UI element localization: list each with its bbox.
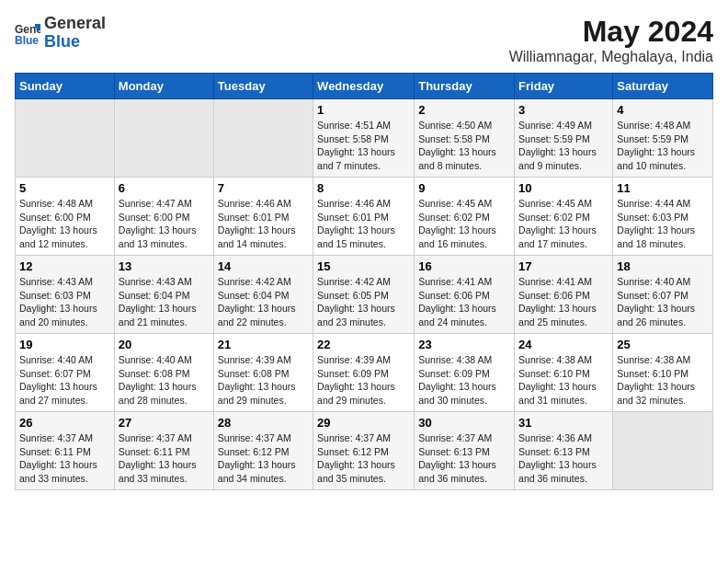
week-row-5: 26Sunrise: 4:37 AM Sunset: 6:11 PM Dayli… xyxy=(16,412,713,490)
day-info: Sunrise: 4:50 AM Sunset: 5:58 PM Dayligh… xyxy=(418,119,510,173)
week-row-2: 5Sunrise: 4:48 AM Sunset: 6:00 PM Daylig… xyxy=(16,178,713,256)
calendar-cell: 13Sunrise: 4:43 AM Sunset: 6:04 PM Dayli… xyxy=(114,256,213,334)
day-header-friday: Friday xyxy=(515,74,613,99)
day-header-thursday: Thursday xyxy=(415,74,515,99)
day-info: Sunrise: 4:39 AM Sunset: 6:08 PM Dayligh… xyxy=(218,353,309,408)
calendar-cell: 16Sunrise: 4:41 AM Sunset: 6:06 PM Dayli… xyxy=(415,256,515,334)
calendar-cell: 15Sunrise: 4:42 AM Sunset: 6:05 PM Dayli… xyxy=(313,256,415,334)
calendar-cell: 7Sunrise: 4:46 AM Sunset: 6:01 PM Daylig… xyxy=(213,178,313,256)
day-header-wednesday: Wednesday xyxy=(313,74,415,99)
day-info: Sunrise: 4:42 AM Sunset: 6:04 PM Dayligh… xyxy=(218,275,309,329)
day-info: Sunrise: 4:47 AM Sunset: 6:00 PM Dayligh… xyxy=(119,197,210,251)
day-number: 11 xyxy=(617,181,709,195)
header: General Blue General Blue May 2024 Willi… xyxy=(15,15,713,65)
day-info: Sunrise: 4:43 AM Sunset: 6:03 PM Dayligh… xyxy=(19,275,110,329)
calendar-cell: 2Sunrise: 4:50 AM Sunset: 5:58 PM Daylig… xyxy=(415,99,515,178)
day-number: 30 xyxy=(418,416,510,430)
day-info: Sunrise: 4:38 AM Sunset: 6:09 PM Dayligh… xyxy=(418,353,510,408)
main-title: May 2024 xyxy=(509,15,713,49)
calendar-cell: 22Sunrise: 4:39 AM Sunset: 6:09 PM Dayli… xyxy=(313,334,415,412)
day-number: 14 xyxy=(218,259,309,273)
day-number: 12 xyxy=(19,259,110,273)
calendar-cell: 18Sunrise: 4:40 AM Sunset: 6:07 PM Dayli… xyxy=(613,256,713,334)
day-info: Sunrise: 4:48 AM Sunset: 6:00 PM Dayligh… xyxy=(19,197,110,251)
day-info: Sunrise: 4:48 AM Sunset: 5:59 PM Dayligh… xyxy=(617,119,709,173)
day-info: Sunrise: 4:44 AM Sunset: 6:03 PM Dayligh… xyxy=(617,197,709,251)
day-number: 22 xyxy=(317,338,410,351)
calendar-cell: 5Sunrise: 4:48 AM Sunset: 6:00 PM Daylig… xyxy=(16,178,115,256)
calendar-cell: 25Sunrise: 4:38 AM Sunset: 6:10 PM Dayli… xyxy=(613,334,713,412)
day-info: Sunrise: 4:37 AM Sunset: 6:13 PM Dayligh… xyxy=(418,431,510,486)
calendar-cell: 27Sunrise: 4:37 AM Sunset: 6:11 PM Dayli… xyxy=(114,412,213,490)
day-info: Sunrise: 4:41 AM Sunset: 6:06 PM Dayligh… xyxy=(418,275,510,329)
calendar-cell xyxy=(114,99,213,178)
week-row-4: 19Sunrise: 4:40 AM Sunset: 6:07 PM Dayli… xyxy=(16,334,713,412)
day-info: Sunrise: 4:40 AM Sunset: 6:07 PM Dayligh… xyxy=(19,353,110,408)
day-info: Sunrise: 4:46 AM Sunset: 6:01 PM Dayligh… xyxy=(218,197,309,251)
day-info: Sunrise: 4:41 AM Sunset: 6:06 PM Dayligh… xyxy=(518,275,609,329)
day-info: Sunrise: 4:45 AM Sunset: 6:02 PM Dayligh… xyxy=(418,197,510,251)
calendar-cell: 1Sunrise: 4:51 AM Sunset: 5:58 PM Daylig… xyxy=(313,99,415,178)
calendar-cell: 26Sunrise: 4:37 AM Sunset: 6:11 PM Dayli… xyxy=(16,412,115,490)
day-info: Sunrise: 4:46 AM Sunset: 6:01 PM Dayligh… xyxy=(317,197,410,251)
day-info: Sunrise: 4:43 AM Sunset: 6:04 PM Dayligh… xyxy=(119,275,210,329)
logo-icon: General Blue xyxy=(15,20,40,46)
day-header-monday: Monday xyxy=(114,74,213,99)
calendar-cell: 24Sunrise: 4:38 AM Sunset: 6:10 PM Dayli… xyxy=(515,334,613,412)
calendar-cell: 30Sunrise: 4:37 AM Sunset: 6:13 PM Dayli… xyxy=(415,412,515,490)
day-info: Sunrise: 4:42 AM Sunset: 6:05 PM Dayligh… xyxy=(317,275,410,329)
logo-blue: Blue xyxy=(44,33,106,52)
day-number: 10 xyxy=(518,181,609,195)
calendar-cell: 29Sunrise: 4:37 AM Sunset: 6:12 PM Dayli… xyxy=(313,412,415,490)
day-number: 6 xyxy=(119,181,210,195)
day-number: 29 xyxy=(317,416,410,430)
day-info: Sunrise: 4:40 AM Sunset: 6:08 PM Dayligh… xyxy=(119,353,210,408)
logo-general: General xyxy=(44,15,106,33)
calendar-cell: 3Sunrise: 4:49 AM Sunset: 5:59 PM Daylig… xyxy=(515,99,613,178)
day-info: Sunrise: 4:49 AM Sunset: 5:59 PM Dayligh… xyxy=(518,119,609,173)
day-info: Sunrise: 4:39 AM Sunset: 6:09 PM Dayligh… xyxy=(317,353,410,408)
calendar-cell xyxy=(213,99,313,178)
day-header-tuesday: Tuesday xyxy=(213,74,313,99)
day-number: 16 xyxy=(418,259,510,273)
title-area: May 2024 Williamnagar, Meghalaya, India xyxy=(509,15,713,65)
day-info: Sunrise: 4:37 AM Sunset: 6:12 PM Dayligh… xyxy=(317,431,410,486)
calendar-cell xyxy=(16,99,115,178)
day-number: 7 xyxy=(218,181,309,195)
day-number: 15 xyxy=(317,259,410,273)
days-header-row: SundayMondayTuesdayWednesdayThursdayFrid… xyxy=(16,74,713,99)
calendar-cell xyxy=(613,412,713,490)
calendar-cell: 4Sunrise: 4:48 AM Sunset: 5:59 PM Daylig… xyxy=(613,99,713,178)
subtitle: Williamnagar, Meghalaya, India xyxy=(509,49,713,65)
day-number: 17 xyxy=(518,259,609,273)
calendar-cell: 19Sunrise: 4:40 AM Sunset: 6:07 PM Dayli… xyxy=(16,334,115,412)
day-info: Sunrise: 4:37 AM Sunset: 6:11 PM Dayligh… xyxy=(119,431,210,486)
calendar-table: SundayMondayTuesdayWednesdayThursdayFrid… xyxy=(15,73,713,490)
day-number: 31 xyxy=(518,416,609,430)
calendar-cell: 9Sunrise: 4:45 AM Sunset: 6:02 PM Daylig… xyxy=(415,178,515,256)
week-row-1: 1Sunrise: 4:51 AM Sunset: 5:58 PM Daylig… xyxy=(16,99,713,178)
calendar-cell: 31Sunrise: 4:36 AM Sunset: 6:13 PM Dayli… xyxy=(515,412,613,490)
day-number: 24 xyxy=(518,338,609,351)
day-info: Sunrise: 4:37 AM Sunset: 6:12 PM Dayligh… xyxy=(218,431,309,486)
day-number: 20 xyxy=(119,338,210,351)
day-info: Sunrise: 4:38 AM Sunset: 6:10 PM Dayligh… xyxy=(617,353,709,408)
day-header-saturday: Saturday xyxy=(613,74,713,99)
day-number: 25 xyxy=(617,338,709,351)
day-number: 19 xyxy=(19,338,110,351)
day-number: 2 xyxy=(418,103,510,117)
week-row-3: 12Sunrise: 4:43 AM Sunset: 6:03 PM Dayli… xyxy=(16,256,713,334)
day-number: 9 xyxy=(418,181,510,195)
day-number: 1 xyxy=(317,103,410,117)
day-number: 27 xyxy=(119,416,210,430)
day-number: 13 xyxy=(119,259,210,273)
logo: General Blue General Blue xyxy=(15,15,106,52)
day-number: 8 xyxy=(317,181,410,195)
calendar-cell: 14Sunrise: 4:42 AM Sunset: 6:04 PM Dayli… xyxy=(213,256,313,334)
day-number: 21 xyxy=(218,338,309,351)
day-info: Sunrise: 4:51 AM Sunset: 5:58 PM Dayligh… xyxy=(317,119,410,173)
calendar-cell: 28Sunrise: 4:37 AM Sunset: 6:12 PM Dayli… xyxy=(213,412,313,490)
calendar-cell: 10Sunrise: 4:45 AM Sunset: 6:02 PM Dayli… xyxy=(515,178,613,256)
calendar-cell: 11Sunrise: 4:44 AM Sunset: 6:03 PM Dayli… xyxy=(613,178,713,256)
day-info: Sunrise: 4:38 AM Sunset: 6:10 PM Dayligh… xyxy=(518,353,609,408)
